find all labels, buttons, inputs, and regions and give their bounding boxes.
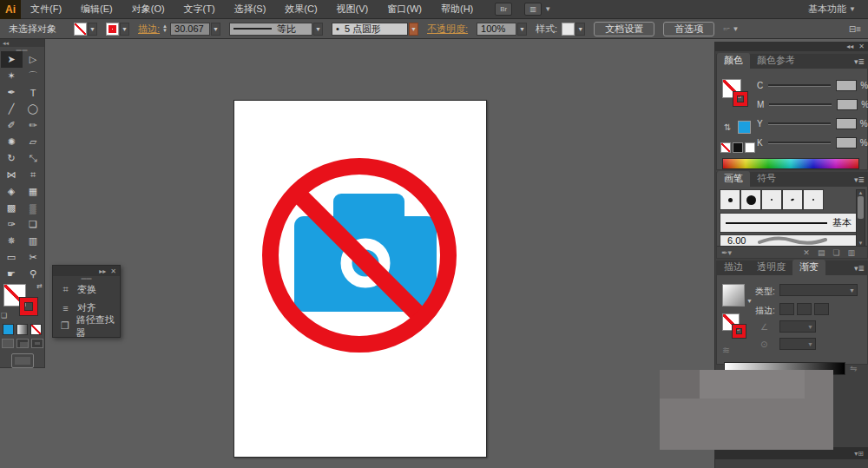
panel-item-pathfinder[interactable]: ❒路径查找器 (53, 317, 120, 335)
menu-item-6[interactable]: 视图(V) (327, 0, 378, 19)
channel-slider-K[interactable] (768, 142, 831, 144)
dock-close-icon[interactable]: ✕ (858, 43, 865, 50)
color-spectrum-bar[interactable] (722, 158, 859, 169)
no-camera-artwork[interactable] (255, 151, 464, 359)
hand-tool-icon[interactable]: ☛ (1, 266, 23, 282)
control-panel-menu-icon[interactable]: ⊟≡ (849, 24, 861, 34)
channel-slider-M[interactable] (769, 103, 832, 106)
artboard[interactable] (233, 100, 487, 458)
menu-item-0[interactable]: 文件(F) (21, 0, 71, 19)
slice-tool-icon[interactable]: ✂ (23, 249, 44, 266)
stroke-weight-link[interactable]: 描边: (138, 23, 160, 36)
zoom-tool-icon[interactable]: ⚲ (23, 266, 44, 282)
charcoal-brush-row[interactable]: 6.00 (720, 234, 858, 247)
gradient-tab-渐变[interactable]: 渐变 (792, 260, 825, 275)
type-tool-icon[interactable]: T (23, 84, 44, 101)
color-stroke-proxy[interactable] (733, 91, 748, 107)
tool-options-icon[interactable]: 🖙 (723, 23, 729, 34)
channel-slider-C[interactable] (768, 84, 831, 87)
arrange-documents-caret-icon[interactable]: ▼ (544, 5, 551, 13)
gradient-tab-透明度[interactable]: 透明度 (750, 260, 792, 275)
brushes-tab-符号[interactable]: 符号 (750, 171, 783, 187)
selection-tool-icon[interactable]: ➤ (1, 51, 23, 68)
gradient-stroke-proxy[interactable] (732, 324, 746, 339)
width-tool-icon[interactable]: ⋈ (1, 167, 23, 183)
channel-value-M[interactable] (837, 99, 858, 110)
basic-brush-row[interactable]: 基本 (720, 213, 858, 233)
brush-swatch-1[interactable] (740, 189, 761, 210)
expand-panels-icon[interactable]: ▸▸ (99, 267, 106, 275)
scroll-up-icon[interactable]: ▲ (857, 190, 865, 195)
stroke-weight-caret-icon[interactable]: ▼ (211, 23, 220, 36)
menu-item-8[interactable]: 帮助(H) (431, 0, 483, 19)
color-mode-button[interactable] (3, 324, 14, 335)
channel-value-C[interactable] (836, 80, 857, 91)
brushes-tab-画笔[interactable]: 画笔 (717, 171, 750, 187)
gradient-mode-button[interactable] (16, 324, 28, 335)
black-swatch[interactable] (733, 142, 743, 153)
rotate-tool-icon[interactable]: ↻ (1, 150, 23, 167)
magic-wand-tool-icon[interactable]: ✶ (1, 68, 23, 84)
width-profile-caret-icon[interactable]: ▼ (313, 23, 323, 36)
gradient-tab-描边[interactable]: 描边 (717, 260, 750, 275)
stroke-swatch[interactable] (106, 23, 119, 36)
brushes-panel-menu-icon[interactable]: ▾≣ (854, 175, 865, 184)
symbol-sprayer-tool-icon[interactable]: ✵ (1, 233, 23, 249)
brush-options-icon[interactable]: ▤ (818, 248, 825, 257)
opacity-link[interactable]: 不透明度: (427, 23, 468, 36)
scroll-thumb[interactable] (858, 196, 864, 219)
menu-item-7[interactable]: 窗口(W) (378, 0, 431, 19)
menu-item-4[interactable]: 选择(S) (225, 0, 276, 19)
panel-item-transform[interactable]: ⌗变换 (53, 280, 120, 299)
brush-definition-select[interactable]: • 5 点圆形 (332, 23, 408, 36)
brush-swatch-4[interactable] (803, 189, 824, 210)
lower-panel-menu-icon[interactable]: ▾⊞ (854, 450, 864, 458)
opacity-caret-icon[interactable]: ▼ (517, 23, 527, 36)
color-tab-颜色[interactable]: 颜色 (717, 53, 750, 69)
gradient-thumbnail[interactable] (722, 284, 745, 307)
channel-slider-Y[interactable] (768, 122, 831, 125)
perspective-grid-tool-icon[interactable]: ▦ (23, 183, 44, 200)
document-setup-button[interactable]: 文档设置 (594, 22, 654, 36)
fill-swatch[interactable] (74, 23, 87, 36)
channel-value-K[interactable] (836, 137, 857, 148)
stroke-caret-icon[interactable]: ▼ (120, 23, 129, 36)
arrange-documents-icon[interactable]: ▥ (524, 3, 542, 16)
brush-swatch-2[interactable] (761, 189, 782, 210)
menu-item-1[interactable]: 编辑(E) (71, 0, 122, 19)
direct-selection-tool-icon[interactable]: ▷ (23, 51, 44, 68)
line-segment-tool-icon[interactable]: ╱ (1, 101, 23, 117)
bridge-icon[interactable]: Br (495, 3, 512, 16)
none-mode-button[interactable] (30, 324, 42, 335)
eyedropper-tool-icon[interactable]: ✑ (1, 216, 23, 233)
menu-item-2[interactable]: 对象(O) (122, 0, 174, 19)
channel-value-Y[interactable] (836, 118, 857, 129)
style-swatch[interactable] (562, 23, 575, 36)
stroke-proxy-red[interactable] (19, 297, 38, 316)
none-swatch[interactable] (720, 142, 731, 153)
tool-options-caret-icon[interactable]: ▼ (732, 25, 739, 33)
pencil-tool-icon[interactable]: ✏ (23, 117, 44, 134)
collapse-to-icons-icon[interactable]: ◂◂ (846, 43, 853, 50)
paintbrush-tool-icon[interactable]: ✐ (1, 117, 23, 134)
style-caret-icon[interactable]: ▼ (575, 23, 585, 36)
close-panel-icon[interactable]: ✕ (110, 267, 116, 275)
scale-tool-icon[interactable]: ⤡ (23, 150, 44, 167)
menu-item-5[interactable]: 效果(C) (275, 0, 326, 19)
gradient-panel-menu-icon[interactable]: ▾≣ (854, 264, 865, 273)
color-panel-menu-icon[interactable]: ▾≣ (854, 57, 865, 66)
eraser-tool-icon[interactable]: ▱ (23, 134, 44, 150)
gradient-type-select[interactable]: ▼ (779, 284, 858, 296)
artboard-tool-icon[interactable]: ▭ (1, 249, 23, 266)
last-color-swatch[interactable] (738, 121, 751, 134)
delete-brush-icon[interactable]: ▥ (847, 248, 855, 257)
draw-inside-icon[interactable] (31, 339, 43, 348)
mesh-tool-icon[interactable]: ▩ (1, 200, 23, 216)
free-transform-tool-icon[interactable]: ⌗ (23, 167, 44, 183)
gradient-tool-icon[interactable]: ▒ (23, 200, 44, 216)
pen-tool-icon[interactable]: ✒ (1, 84, 23, 101)
draw-behind-icon[interactable] (16, 339, 29, 348)
brush-definition-caret-icon[interactable]: ▼ (409, 23, 418, 36)
default-fill-stroke-icon[interactable]: ❏ (1, 312, 7, 320)
preferences-button[interactable]: 首选项 (663, 22, 714, 36)
